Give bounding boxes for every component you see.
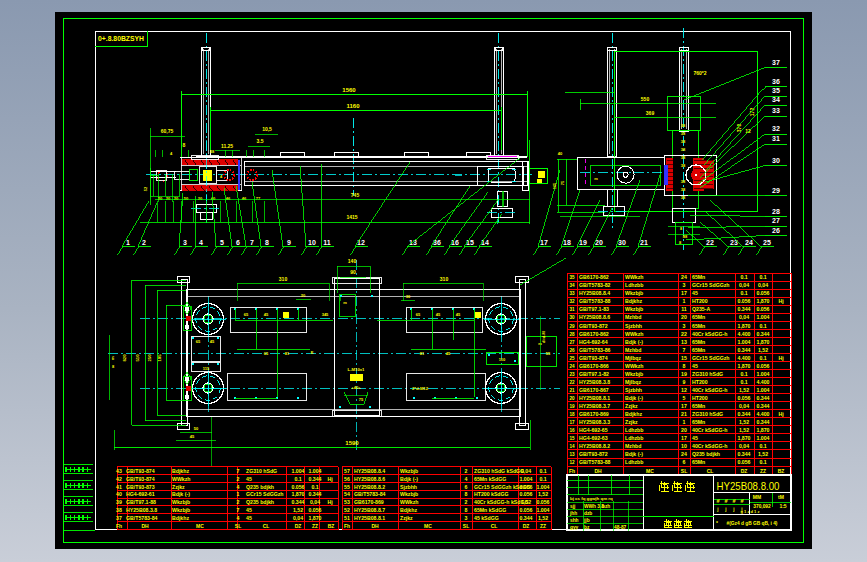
- svg-text:42: 42: [116, 476, 122, 482]
- svg-text:110: 110: [499, 357, 506, 362]
- svg-text:46: 46: [226, 196, 231, 201]
- svg-text:WWkzh: WWkzh: [625, 331, 643, 337]
- svg-text:40Cr kSdGG-h: 40Cr kSdGG-h: [692, 331, 727, 337]
- svg-text:Sjzbhh: Sjzbhh: [625, 323, 642, 329]
- svg-text:17: 17: [681, 435, 687, 441]
- svg-text:1,870: 1,870: [757, 427, 770, 433]
- svg-text:0.344: 0.344: [738, 347, 751, 353]
- svg-text:2: 2: [237, 499, 240, 505]
- svg-text:17: 17: [540, 239, 548, 246]
- svg-text:HY25B08.8.7: HY25B08.8.7: [354, 507, 385, 513]
- svg-text:GB/T93-873: GB/T93-873: [126, 484, 155, 490]
- svg-text:Ldhzbb: Ldhzbb: [625, 427, 643, 433]
- svg-text:75: 75: [359, 397, 364, 402]
- svg-text:25: 25: [763, 239, 771, 246]
- svg-text:45: 45: [246, 507, 252, 513]
- svg-text:1:5: 1:5: [779, 503, 786, 509]
- svg-text:40: 40: [116, 491, 122, 497]
- svg-text:SL: SL: [463, 523, 469, 529]
- svg-text:81: 81: [420, 351, 425, 356]
- svg-text:310: 310: [279, 276, 288, 282]
- svg-text:m: m: [594, 176, 598, 181]
- svg-text:56: 56: [344, 476, 350, 482]
- svg-text:20: 20: [198, 196, 203, 201]
- svg-text:0.056: 0.056: [738, 298, 751, 304]
- svg-text:HY25B08.8.00: HY25B08.8.00: [717, 480, 780, 492]
- svg-text:BZ: BZ: [778, 468, 785, 474]
- svg-text:14: 14: [569, 444, 575, 449]
- svg-text:38: 38: [681, 123, 686, 128]
- svg-text:1.004: 1.004: [309, 468, 322, 474]
- svg-text:310: 310: [440, 276, 449, 282]
- svg-text:52: 52: [344, 507, 350, 513]
- svg-text:1,52: 1,52: [758, 347, 768, 353]
- svg-text:Q235 bdjkh: Q235 bdjkh: [246, 499, 274, 505]
- svg-text:3: 3: [465, 515, 468, 521]
- svg-text:bz: bz: [584, 525, 590, 530]
- svg-text:760*2: 760*2: [693, 70, 706, 76]
- svg-text:4: 4: [199, 239, 203, 246]
- svg-text:45 kSdGG: 45 kSdGG: [474, 515, 499, 521]
- svg-text:0.1: 0.1: [740, 290, 747, 296]
- svg-text:4: 4: [237, 515, 240, 521]
- svg-text:24: 24: [681, 451, 687, 457]
- svg-text:39: 39: [116, 499, 122, 505]
- svg-text:Mzhbd: Mzhbd: [625, 314, 641, 320]
- svg-text:4: 4: [237, 484, 240, 490]
- svg-text:Wkzbjb: Wkzbjb: [400, 491, 418, 497]
- svg-text:0.056: 0.056: [757, 363, 770, 369]
- svg-text:Bdjkhz: Bdjkhz: [400, 507, 417, 513]
- svg-text:45: 45: [436, 312, 441, 317]
- svg-text:HY25B08.8.1: HY25B08.8.1: [354, 515, 385, 521]
- svg-text:0,04: 0,04: [739, 314, 749, 320]
- svg-text:40Cr kSdGG-h: 40Cr kSdGG-h: [692, 387, 727, 393]
- svg-text:HY25B08.3.3: HY25B08.3.3: [579, 419, 610, 425]
- svg-text:2: 2: [142, 239, 146, 246]
- svg-text:1,870: 1,870: [757, 339, 770, 345]
- svg-text:45: 45: [264, 312, 269, 317]
- svg-text:SL: SL: [681, 468, 687, 474]
- svg-text:48-87: 48-87: [614, 525, 627, 530]
- svg-text:17: 17: [569, 420, 575, 425]
- svg-text:35: 35: [569, 275, 575, 280]
- svg-text:1,52: 1,52: [538, 491, 548, 497]
- svg-text:Bdjk (-): Bdjk (-): [625, 395, 643, 401]
- svg-text:10,5: 10,5: [262, 126, 272, 132]
- svg-text:0.344: 0.344: [738, 411, 751, 417]
- svg-text:1,870: 1,870: [757, 298, 770, 304]
- svg-text:38: 38: [681, 131, 686, 136]
- svg-text:bj cs fq ggwjh qm rq: bj cs fq ggwjh qm rq: [570, 496, 613, 501]
- svg-text:Mjlbqz: Mjlbqz: [625, 379, 642, 385]
- svg-text:1.004: 1.004: [757, 435, 770, 441]
- svg-text:GB/T5783-88: GB/T5783-88: [579, 298, 611, 304]
- svg-text:3: 3: [683, 282, 686, 288]
- svg-text:0.1: 0.1: [759, 355, 766, 361]
- svg-text:0,04: 0,04: [758, 282, 768, 288]
- svg-text:8: 8: [183, 142, 186, 148]
- svg-text:31: 31: [772, 135, 780, 142]
- svg-text:Hj: Hj: [327, 476, 333, 482]
- svg-text:0.344: 0.344: [738, 306, 751, 312]
- svg-text:CL: CL: [263, 523, 270, 529]
- svg-text:0.1: 0.1: [539, 476, 546, 482]
- svg-text:345: 345: [322, 312, 329, 317]
- svg-text:23: 23: [730, 239, 738, 246]
- svg-text:16: 16: [569, 428, 575, 433]
- svg-text:24: 24: [569, 364, 575, 369]
- svg-text:90: 90: [350, 269, 356, 275]
- svg-text:m: m: [110, 356, 115, 360]
- svg-text:22: 22: [569, 380, 575, 385]
- svg-text:HY25B08.8.6: HY25B08.8.6: [354, 476, 385, 482]
- svg-text:1,870: 1,870: [292, 491, 305, 497]
- svg-text:MC: MC: [646, 468, 654, 474]
- svg-text:45: 45: [246, 515, 252, 521]
- svg-text:9: 9: [287, 239, 291, 246]
- svg-text:12: 12: [569, 460, 575, 465]
- svg-text:65Mn kSdGG: 65Mn kSdGG: [474, 476, 506, 482]
- svg-text:Zzjkz: Zzjkz: [172, 484, 185, 490]
- svg-text:6: 6: [683, 459, 686, 465]
- svg-text:4.400: 4.400: [757, 411, 770, 417]
- svg-text:17: 17: [681, 290, 687, 296]
- svg-text:1: 1: [683, 419, 686, 425]
- svg-text:Hj: Hj: [327, 499, 333, 505]
